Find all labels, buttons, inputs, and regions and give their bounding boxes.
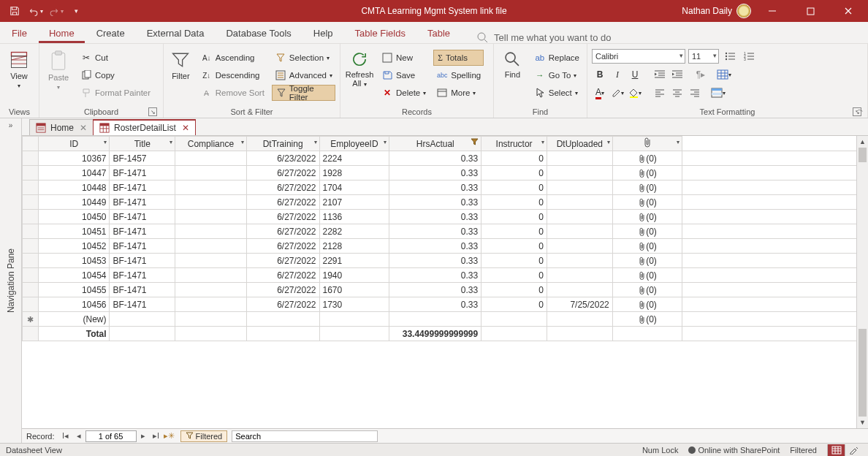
cell-instructor[interactable]: 0 bbox=[481, 151, 547, 166]
cell-dtuploaded[interactable] bbox=[547, 195, 612, 210]
cell-employeeid[interactable]: 1136 bbox=[319, 210, 389, 224]
doc-tab-home[interactable]: Home ✕ bbox=[29, 119, 94, 135]
cell-title[interactable]: BF-1471 bbox=[110, 239, 175, 254]
cell-instructor[interactable]: 0 bbox=[481, 254, 547, 268]
table-row[interactable]: 10448BF-14716/27/202217040.330(0) bbox=[23, 180, 857, 195]
cell-dtuploaded[interactable]: 7/25/2022 bbox=[547, 297, 612, 312]
cell-id-new[interactable]: (New) bbox=[38, 312, 110, 327]
replace-button[interactable]: abReplace bbox=[531, 50, 582, 66]
cell-dttraining[interactable]: 6/27/2022 bbox=[246, 195, 319, 210]
col-header[interactable]: HrsActual bbox=[389, 137, 481, 151]
table-row[interactable]: 10452BF-14716/27/202221280.330(0) bbox=[23, 239, 857, 254]
delete-record-button[interactable]: ✕Delete ▾ bbox=[378, 85, 429, 101]
cell-id[interactable]: 10452 bbox=[38, 239, 110, 254]
format-painter-button[interactable]: Format Painter bbox=[77, 85, 153, 101]
cell-instructor[interactable]: 0 bbox=[481, 224, 547, 239]
cell-instructor[interactable]: 0 bbox=[481, 180, 547, 195]
cell-compliance[interactable] bbox=[175, 195, 247, 210]
redo-icon[interactable]: ▾ bbox=[47, 2, 64, 20]
find-button[interactable]: Find bbox=[498, 47, 527, 104]
cell-hrsactual[interactable]: 0.33 bbox=[389, 151, 481, 166]
cell-id[interactable]: 10367 bbox=[38, 151, 110, 166]
underline-button[interactable]: U bbox=[627, 66, 643, 83]
new-record-nav-button[interactable]: ▸✳ bbox=[163, 431, 176, 441]
gridlines-icon[interactable]: ▾ bbox=[716, 66, 732, 83]
cell-dtuploaded[interactable] bbox=[547, 254, 612, 268]
cell-dtuploaded[interactable] bbox=[547, 224, 612, 239]
tab-home[interactable]: Home bbox=[39, 23, 85, 43]
italic-button[interactable]: I bbox=[609, 66, 625, 83]
cell-compliance[interactable] bbox=[175, 210, 247, 224]
cell-dttraining[interactable]: 6/27/2022 bbox=[246, 210, 319, 224]
cell-dtuploaded[interactable] bbox=[547, 283, 612, 297]
cell-compliance[interactable] bbox=[175, 224, 247, 239]
cell-id[interactable]: 10456 bbox=[38, 297, 110, 312]
table-row[interactable]: 10450BF-14716/27/202211360.330(0) bbox=[23, 210, 857, 224]
cell-employeeid[interactable]: 2107 bbox=[319, 195, 389, 210]
refresh-all-button[interactable]: Refresh All ▾ bbox=[345, 47, 374, 104]
ascending-button[interactable]: A↓Ascending bbox=[198, 50, 267, 66]
close-tab-icon[interactable]: ✕ bbox=[180, 123, 189, 133]
cell-title[interactable]: BF-1457 bbox=[110, 151, 175, 166]
cell-title[interactable]: BF-1471 bbox=[110, 283, 175, 297]
cell-id[interactable]: 10449 bbox=[38, 195, 110, 210]
col-header[interactable]: EmployeeID▾ bbox=[319, 137, 389, 151]
cell-attachment[interactable]: (0) bbox=[612, 195, 682, 210]
navigation-pane-collapsed[interactable]: » Navigation Pane bbox=[0, 118, 22, 443]
dec-indent-icon[interactable] bbox=[652, 66, 668, 83]
cell-dttraining[interactable]: 6/27/2022 bbox=[246, 297, 319, 312]
cell-dttraining[interactable]: 6/27/2022 bbox=[246, 268, 319, 283]
cell-title[interactable]: BF-1471 bbox=[110, 210, 175, 224]
col-header[interactable]: Compliance▾ bbox=[175, 137, 247, 151]
save-icon[interactable] bbox=[6, 2, 23, 20]
cell-dtuploaded[interactable] bbox=[547, 166, 612, 180]
cell-dtuploaded[interactable] bbox=[547, 268, 612, 283]
toggle-filter-button[interactable]: Toggle Filter bbox=[272, 85, 335, 101]
cell-attachment[interactable]: (0) bbox=[612, 283, 682, 297]
cell-instructor[interactable]: 0 bbox=[481, 195, 547, 210]
last-record-button[interactable]: ▸I bbox=[150, 431, 163, 441]
table-row[interactable]: 10367BF-14576/23/202222240.330(0) bbox=[23, 151, 857, 166]
cell-hrsactual[interactable]: 0.33 bbox=[389, 224, 481, 239]
table-row[interactable]: 10447BF-14716/27/202219280.330(0) bbox=[23, 166, 857, 180]
table-row[interactable]: 10454BF-14716/27/202219400.330(0) bbox=[23, 268, 857, 283]
save-record-button[interactable]: Save bbox=[378, 67, 429, 83]
cell-instructor[interactable]: 0 bbox=[481, 268, 547, 283]
table-row[interactable]: 10455BF-14716/27/202216700.330(0) bbox=[23, 283, 857, 297]
cell-id[interactable]: 10454 bbox=[38, 268, 110, 283]
bold-button[interactable]: B bbox=[592, 66, 608, 83]
cell-hrsactual[interactable]: 0.33 bbox=[389, 254, 481, 268]
cell-employeeid[interactable]: 1704 bbox=[319, 180, 389, 195]
cell-id[interactable]: 10448 bbox=[38, 180, 110, 195]
first-record-button[interactable]: I◂ bbox=[59, 431, 72, 441]
cell-employeeid[interactable]: 2128 bbox=[319, 239, 389, 254]
cell-attachment[interactable]: (0) bbox=[612, 254, 682, 268]
datasheet-view-button[interactable] bbox=[827, 444, 845, 456]
design-view-button[interactable] bbox=[845, 444, 862, 456]
filter-button[interactable]: Filter bbox=[168, 47, 194, 104]
cell-compliance[interactable] bbox=[175, 166, 247, 180]
ltr-icon[interactable]: ¶▸ bbox=[693, 66, 709, 83]
cell-instructor[interactable]: 0 bbox=[481, 210, 547, 224]
cell-compliance[interactable] bbox=[175, 283, 247, 297]
align-left-icon[interactable] bbox=[652, 85, 668, 101]
cell-dttraining[interactable]: 6/27/2022 bbox=[246, 283, 319, 297]
cell-attachment[interactable]: (0) bbox=[612, 180, 682, 195]
numbering-icon[interactable]: 123 bbox=[741, 48, 757, 64]
font-name-combo[interactable]: Calibri▾ bbox=[592, 49, 685, 64]
cell-id[interactable]: 10447 bbox=[38, 166, 110, 180]
tell-me-search[interactable]: Tell me what you want to do bbox=[462, 31, 611, 43]
scroll-down-icon[interactable]: ▼ bbox=[857, 417, 868, 428]
cell-dttraining[interactable]: 6/27/2022 bbox=[246, 166, 319, 180]
cell-title[interactable]: BF-1471 bbox=[110, 254, 175, 268]
tab-help[interactable]: Help bbox=[303, 23, 343, 43]
table-row[interactable]: 10453BF-14716/27/202222910.330(0) bbox=[23, 254, 857, 268]
cell-compliance[interactable] bbox=[175, 268, 247, 283]
scroll-thumb[interactable] bbox=[859, 329, 867, 417]
table-row[interactable]: 10449BF-14716/27/202221070.330(0) bbox=[23, 195, 857, 210]
clipboard-launcher[interactable]: ↘ bbox=[148, 107, 157, 116]
undo-icon[interactable]: ▾ bbox=[26, 2, 44, 20]
cell-hrsactual[interactable]: 0.33 bbox=[389, 166, 481, 180]
maximize-button[interactable] bbox=[793, 0, 827, 22]
cell-instructor[interactable]: 0 bbox=[481, 297, 547, 312]
